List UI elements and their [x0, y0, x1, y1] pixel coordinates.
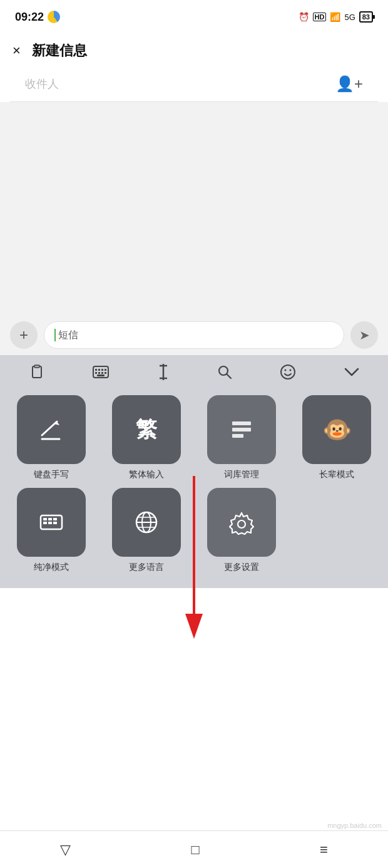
keyboard-toolbar	[0, 355, 388, 389]
traditional-label: 繁体输入	[129, 469, 164, 480]
home-icon: □	[191, 842, 199, 858]
status-bar: 09:22 ⏰ HD 📶 5G 83	[0, 0, 388, 31]
puremode-icon-box	[17, 488, 86, 557]
svg-point-39	[238, 520, 245, 528]
svg-rect-23	[232, 421, 251, 425]
keyboard-icon	[93, 366, 109, 378]
signal-icon: 5G	[344, 13, 355, 22]
ime-traditional[interactable]: 繁 繁体输入	[103, 395, 190, 480]
svg-rect-25	[232, 434, 243, 438]
puremode-label: 纯净模式	[34, 562, 69, 573]
svg-rect-27	[43, 518, 47, 520]
recipient-row[interactable]: 收件人 👤+	[10, 66, 378, 102]
toolbar-keyboard[interactable]	[86, 363, 115, 381]
svg-rect-32	[53, 522, 57, 524]
send-button[interactable]: ➤	[350, 321, 378, 349]
morelang-icon-box	[112, 488, 181, 557]
battery-indicator: 83	[359, 11, 373, 23]
svg-rect-9	[101, 372, 103, 374]
svg-line-16	[227, 375, 232, 379]
nav-back-button[interactable]: ▽	[41, 835, 89, 864]
message-area	[0, 102, 388, 315]
eldermode-icon-box: 🐵	[302, 395, 371, 464]
svg-rect-8	[98, 372, 100, 374]
input-placeholder: 短信	[58, 329, 78, 342]
toolbar-clipboard[interactable]	[23, 361, 51, 383]
svg-point-17	[281, 365, 295, 379]
svg-rect-7	[95, 372, 97, 374]
ime-row-1: 键盘手写 繁 繁体输入 词库管理 🐵 长辈模式	[8, 395, 380, 480]
svg-rect-31	[48, 522, 52, 524]
svg-rect-11	[97, 375, 105, 376]
ime-morelang[interactable]: 更多语言	[103, 488, 190, 573]
svg-rect-10	[105, 372, 106, 374]
svg-rect-28	[48, 518, 52, 520]
settings-icon	[227, 508, 256, 537]
collapse-icon	[344, 368, 359, 376]
back-icon: ▽	[60, 842, 71, 858]
add-attachment-button[interactable]: +	[10, 321, 38, 349]
svg-line-20	[42, 421, 57, 435]
menu-icon: ≡	[320, 842, 328, 858]
ime-puremode[interactable]: 纯净模式	[8, 488, 95, 573]
eldermode-label: 长辈模式	[319, 469, 354, 480]
svg-point-18	[285, 369, 287, 371]
wordlib-icon-box	[207, 395, 276, 464]
svg-rect-30	[43, 522, 47, 524]
wordlib-label: 词库管理	[224, 469, 259, 480]
morelang-label: 更多语言	[129, 562, 164, 573]
moresettings-label: 更多设置	[224, 562, 259, 573]
svg-rect-3	[95, 369, 97, 371]
cursor-icon	[157, 364, 170, 380]
ime-handwrite[interactable]: 键盘手写	[8, 395, 95, 480]
ime-moresettings[interactable]: 更多设置	[198, 488, 285, 573]
ime-grid: 键盘手写 繁 繁体输入 词库管理 🐵 长辈模式	[0, 389, 388, 588]
ime-wordlib[interactable]: 词库管理	[198, 395, 285, 480]
svg-rect-4	[98, 369, 100, 371]
globe-icon	[132, 508, 161, 537]
moresettings-icon-box	[207, 488, 276, 557]
close-button[interactable]: ×	[13, 44, 21, 58]
toolbar-collapse[interactable]	[338, 365, 365, 379]
svg-marker-38	[230, 513, 253, 534]
svg-rect-5	[101, 369, 103, 371]
add-contact-icon[interactable]: 👤+	[335, 75, 363, 93]
page-title: 新建信息	[32, 41, 87, 60]
wifi-icon: 📶	[330, 12, 340, 22]
traditional-icon-box: 繁	[112, 395, 181, 464]
input-bar: + 短信 ➤	[0, 315, 388, 355]
puremode-icon	[37, 508, 66, 537]
send-icon: ➤	[359, 328, 370, 343]
wordlib-icon	[227, 415, 256, 444]
handwrite-label: 键盘手写	[34, 469, 69, 480]
hd-icon: HD	[313, 13, 327, 21]
svg-rect-24	[232, 428, 251, 431]
recipient-placeholder: 收件人	[25, 76, 59, 91]
svg-rect-6	[105, 369, 106, 371]
toolbar-search[interactable]	[211, 362, 238, 382]
app-header: × 新建信息	[0, 31, 388, 66]
status-time: 09:22	[15, 11, 60, 24]
handwrite-icon	[37, 415, 66, 444]
handwrite-icon-box	[17, 395, 86, 464]
toolbar-cursor[interactable]	[151, 361, 176, 383]
search-icon	[217, 364, 232, 380]
nav-bar: ▽ □ ≡	[0, 830, 388, 868]
clipboard-icon	[29, 364, 45, 380]
nav-menu-button[interactable]: ≡	[301, 835, 347, 864]
message-input[interactable]: 短信	[44, 321, 344, 349]
emoji-icon	[280, 364, 296, 380]
watermark: mngyp.baidu.com	[327, 822, 382, 829]
toolbar-emoji[interactable]	[273, 361, 302, 383]
ime-row-2: 纯净模式 更多语言 更多设置	[8, 488, 380, 573]
ime-eldermode[interactable]: 🐵 长辈模式	[293, 395, 380, 480]
text-cursor	[54, 329, 56, 341]
nav-home-button[interactable]: □	[172, 835, 218, 864]
status-icons: ⏰ HD 📶 5G 83	[299, 11, 373, 23]
time-icon	[48, 11, 60, 23]
svg-rect-1	[34, 365, 39, 368]
svg-point-19	[290, 369, 292, 371]
alarm-icon: ⏰	[299, 12, 309, 22]
svg-rect-29	[53, 518, 57, 520]
